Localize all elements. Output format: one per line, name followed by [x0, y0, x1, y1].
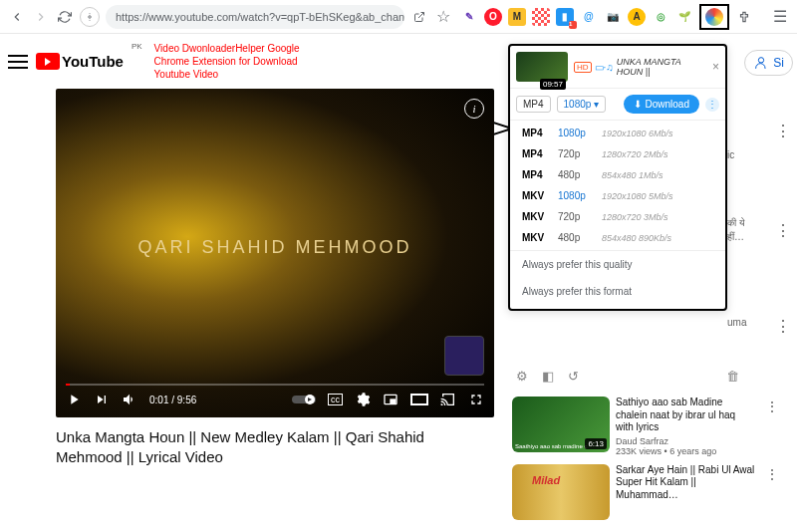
address-bar[interactable]: https://www.youtube.com/watch?v=qpT-bEhS… — [106, 5, 404, 29]
theater-icon[interactable] — [410, 394, 428, 405]
info-icon[interactable]: i — [464, 99, 484, 119]
quality-option[interactable]: MP41080p1920x1080 6Mb/s — [510, 123, 725, 143]
ext-checker-icon[interactable] — [532, 8, 550, 26]
ext-at-icon[interactable]: @ — [580, 8, 598, 26]
miniplayer-icon[interactable] — [383, 392, 398, 407]
quality-list: MP41080p1920x1080 6Mb/s MP4720p1280x720 … — [510, 121, 725, 250]
ext-opera-icon[interactable]: O — [484, 8, 502, 26]
trash-icon[interactable]: 🗑 — [726, 369, 739, 384]
more-icon[interactable]: ⋮ — [765, 399, 779, 414]
ext-green-icon[interactable]: 🌱 — [675, 8, 693, 26]
download-popup: 09:57 HD ▭·♫ UNKA MANGTA HOUN || × MP4 1… — [508, 44, 727, 311]
star-icon[interactable]: ☆ — [434, 8, 452, 26]
ext-o-icon[interactable]: ◎ — [652, 8, 669, 26]
close-icon[interactable]: × — [712, 60, 719, 74]
download-button[interactable]: ⬇ Download — [624, 95, 699, 114]
svg-point-0 — [89, 15, 92, 18]
cast-icon[interactable] — [440, 392, 456, 407]
settings-icon[interactable] — [355, 392, 371, 407]
history-icon[interactable]: ↺ — [568, 369, 579, 384]
related-video[interactable]: Milad Sarkar Aye Hain || Rabi Ul Awal Su… — [512, 464, 781, 520]
quality-option[interactable]: MP4480p854x480 1Mb/s — [510, 164, 725, 185]
more-icon[interactable]: ⋮ — [775, 317, 791, 336]
prefer-quality[interactable]: Always prefer this quality — [510, 250, 725, 278]
resolution-select[interactable]: 1080p ▾ — [557, 96, 607, 113]
share-icon[interactable] — [410, 8, 428, 26]
back-icon[interactable] — [8, 8, 26, 26]
more-icon[interactable]: ⋮ — [775, 122, 791, 140]
video-title: Unka Mangta Houn || New Medley Kalam || … — [56, 427, 494, 468]
format-select[interactable]: MP4 — [516, 96, 551, 113]
related-video[interactable]: Saathiyo aao sab madine c 6:13 Sathiyo a… — [512, 397, 781, 456]
ext-m-icon[interactable]: M — [508, 8, 526, 26]
refresh-icon[interactable] — [56, 8, 74, 26]
annotation-text: Video DwonloaderHelper Google Chrome Ext… — [154, 42, 314, 81]
quality-option[interactable]: MKV1080p1920x1080 5Mb/s — [510, 185, 725, 206]
svg-rect-9 — [411, 395, 427, 404]
region-badge: PK — [132, 42, 142, 51]
popup-thumb: 09:57 — [516, 52, 568, 82]
popup-toolbar: ⚙ ◧ ↺ 🗑 — [508, 365, 747, 388]
youtube-logo[interactable]: YouTube — [36, 53, 124, 70]
autoplay-toggle[interactable] — [292, 394, 316, 405]
gear-icon[interactable]: ⚙ — [516, 369, 528, 384]
vdh-icon[interactable] — [705, 8, 723, 26]
ext-blue-icon[interactable]: ▮1 — [556, 8, 574, 26]
sidebar-icon[interactable]: ◧ — [542, 369, 554, 384]
channel-thumb[interactable] — [444, 336, 484, 376]
youtube-play-icon — [36, 53, 60, 70]
ext-pencil-icon[interactable]: ✎ — [460, 8, 478, 26]
prefer-format[interactable]: Always prefer this format — [510, 278, 725, 305]
video-thumb: Saathiyo aao sab madine c 6:13 — [512, 397, 610, 452]
video-player[interactable]: QARI SHAHID MEHMOOD i 0:01 / 9:56 cc — [56, 89, 494, 417]
cc-icon[interactable]: cc — [328, 394, 343, 405]
popup-menu-icon[interactable]: ⋮ — [705, 98, 719, 112]
extensions-icon[interactable] — [735, 8, 753, 26]
play-icon[interactable] — [66, 392, 82, 407]
popup-title: HD ▭·♫ UNKA MANGTA HOUN || — [574, 57, 706, 77]
quality-option[interactable]: MKV720p1280x720 3Mb/s — [510, 206, 725, 227]
more-icon[interactable]: ⋮ — [765, 466, 779, 482]
volume-icon[interactable] — [122, 392, 137, 407]
svg-rect-8 — [391, 399, 396, 402]
next-icon[interactable] — [94, 392, 110, 407]
forward-icon[interactable] — [32, 8, 50, 26]
video-overlay-text: QARI SHAHID MEHMOOD — [56, 237, 494, 258]
lock-icon[interactable] — [80, 7, 100, 27]
quality-option[interactable]: MKV480p854x480 890Kb/s — [510, 227, 725, 248]
quality-option[interactable]: MP4720p1280x720 2Mb/s — [510, 143, 725, 164]
read-icon[interactable]: ☰ — [771, 8, 789, 26]
ext-a-icon[interactable]: A — [628, 8, 646, 26]
more-icon[interactable]: ⋮ — [775, 221, 791, 240]
menu-icon[interactable] — [8, 55, 28, 69]
fullscreen-icon[interactable] — [468, 392, 484, 407]
time-display: 0:01 / 9:56 — [149, 395, 196, 405]
video-thumb: Milad — [512, 464, 610, 520]
video-media-icon: ▭·♫ — [595, 62, 614, 73]
ext-camera-icon[interactable]: 📷 — [604, 8, 622, 26]
